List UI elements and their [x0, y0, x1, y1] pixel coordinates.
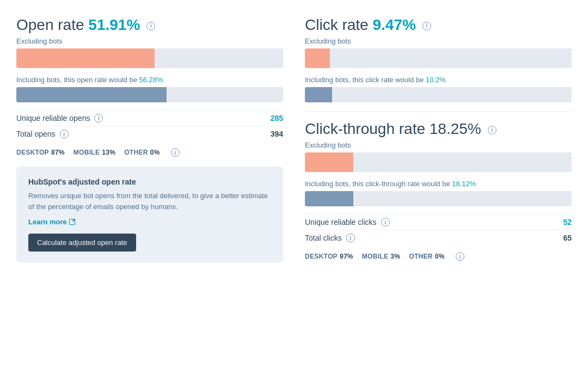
- unique-clicks-value: 52: [563, 218, 572, 226]
- total-clicks-info-icon[interactable]: i: [346, 234, 355, 242]
- open-rate-title: Open rate 51.91% i: [16, 16, 283, 34]
- open-rate-bar-fill: [16, 48, 155, 68]
- click-including-prefix: Including bots, this click rate would be: [305, 76, 424, 84]
- ctr-bots-bar-container: [305, 191, 572, 206]
- unique-opens-info-icon[interactable]: i: [94, 114, 103, 122]
- click-rate-bar-fill: [305, 48, 330, 68]
- total-opens-label: Total opens: [16, 130, 56, 138]
- click-other-item: OTHER 0%: [409, 252, 444, 261]
- open-rate-panel: Open rate 51.91% i Excluding bots Includ…: [16, 16, 283, 262]
- open-device-info-icon[interactable]: i: [171, 148, 180, 157]
- click-excluding-label: Excluding bots: [305, 37, 572, 45]
- open-device-row: DESKTOP 87% MOBILE 13% OTHER 0% i: [16, 148, 283, 157]
- click-mobile-item: MOBILE 3%: [362, 252, 400, 261]
- total-clicks-value: 65: [563, 234, 572, 242]
- open-rate-bots-bar-container: [16, 87, 283, 102]
- open-rate-including-value: 56.28%: [139, 76, 163, 84]
- ctr-section: Click-through rate 18.25% i Excluding bo…: [305, 111, 572, 261]
- open-rate-bots-bar-fill: [16, 87, 167, 102]
- click-desktop-val: 97%: [340, 253, 353, 260]
- click-rate-bar-container: [305, 48, 572, 68]
- open-rate-label: Open rate: [16, 16, 84, 33]
- ctr-value: 18.25%: [430, 120, 481, 137]
- unique-clicks-label: Unique reliable clicks: [305, 218, 377, 226]
- click-device-row: DESKTOP 97% MOBILE 3% OTHER 0% i: [305, 252, 572, 261]
- info-box-title: HubSpot's adjusted open rate: [28, 177, 271, 186]
- ctr-including-text: Including bots, this click-through rate …: [305, 180, 572, 188]
- click-other-val: 0%: [435, 253, 445, 260]
- open-rate-including-text: Including bots, this open rate would be …: [16, 76, 283, 84]
- total-opens-info-icon[interactable]: i: [60, 130, 69, 138]
- open-rate-value: 51.91%: [88, 16, 140, 33]
- ctr-excluding-label: Excluding bots: [305, 141, 572, 149]
- open-desktop-val: 87%: [51, 149, 65, 156]
- info-box-text: Removes unique bot opens from the total …: [28, 191, 271, 212]
- ctr-including-prefix: Including bots, this click-through rate …: [305, 180, 450, 188]
- unique-clicks-row: Unique reliable clicks i 52: [305, 214, 572, 230]
- click-rate-panel: Click rate 9.47% i Excluding bots Includ…: [305, 16, 572, 262]
- adjusted-open-rate-info-box: HubSpot's adjusted open rate Removes uni…: [16, 167, 283, 262]
- ctr-including-value: 18.12%: [452, 180, 476, 188]
- ctr-bar-container: [305, 152, 572, 172]
- click-rate-value: 9.47%: [372, 16, 415, 33]
- click-rate-label: Click rate: [305, 16, 369, 33]
- calculate-button[interactable]: Calculate adjusted open rate: [28, 234, 136, 252]
- ctr-info-icon[interactable]: i: [488, 126, 497, 134]
- open-mobile-val: 13%: [102, 149, 115, 156]
- click-bots-bar-container: [305, 87, 572, 102]
- click-including-text: Including bots, this click rate would be…: [305, 76, 572, 84]
- unique-opens-value: 285: [271, 114, 283, 122]
- open-desktop-item: DESKTOP 87%: [16, 148, 65, 157]
- total-clicks-label: Total clicks: [305, 234, 342, 242]
- total-clicks-row: Total clicks i 65: [305, 230, 572, 246]
- open-other-val: 0%: [150, 149, 160, 156]
- click-mobile-label: MOBILE: [362, 253, 388, 260]
- open-other-label: OTHER: [124, 149, 148, 156]
- open-mobile-label: MOBILE: [74, 149, 100, 156]
- open-rate-info-icon[interactable]: i: [146, 22, 155, 30]
- external-link-icon: [69, 219, 75, 225]
- learn-more-link[interactable]: Learn more: [28, 218, 75, 226]
- ctr-title: Click-through rate 18.25% i: [305, 120, 572, 138]
- click-rate-title: Click rate 9.47% i: [305, 16, 572, 34]
- click-device-info-icon[interactable]: i: [456, 252, 464, 261]
- learn-more-label: Learn more: [28, 218, 67, 226]
- click-mobile-val: 3%: [390, 253, 400, 260]
- total-opens-value: 394: [271, 130, 283, 138]
- ctr-bots-bar-fill: [305, 191, 353, 206]
- open-rate-bar-container: [16, 48, 283, 68]
- open-mobile-item: MOBILE 13%: [74, 148, 115, 157]
- open-other-item: OTHER 0%: [124, 148, 160, 157]
- total-opens-row: Total opens i 394: [16, 126, 283, 142]
- open-rate-including-prefix: Including bots, this open rate would be: [16, 76, 137, 84]
- click-other-label: OTHER: [409, 253, 433, 260]
- unique-opens-label: Unique reliable opens: [16, 114, 90, 122]
- ctr-bar-fill: [305, 152, 353, 172]
- click-including-value: 10.2%: [426, 76, 446, 84]
- unique-clicks-info-icon[interactable]: i: [381, 218, 390, 226]
- click-desktop-item: DESKTOP 97%: [305, 252, 353, 261]
- click-rate-info-icon[interactable]: i: [422, 22, 431, 30]
- click-bots-bar-fill: [305, 87, 332, 102]
- open-rate-excluding-label: Excluding bots: [16, 37, 283, 45]
- open-desktop-label: DESKTOP: [16, 149, 49, 156]
- click-desktop-label: DESKTOP: [305, 253, 338, 260]
- ctr-label: Click-through rate: [305, 120, 425, 137]
- unique-opens-row: Unique reliable opens i 285: [16, 110, 283, 126]
